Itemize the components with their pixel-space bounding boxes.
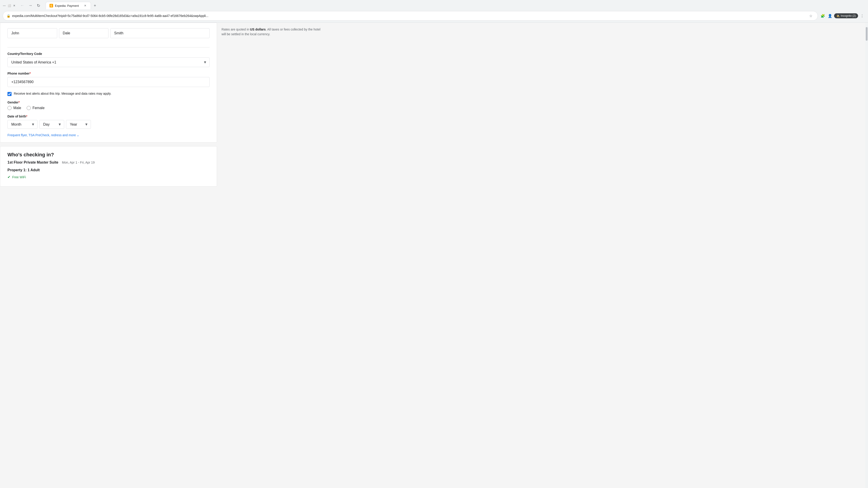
country-select[interactable]: United States of America +1 United Kingd… (7, 57, 210, 67)
checkmark-icon: ✔ (7, 175, 10, 179)
tab-close-button[interactable]: ✕ (84, 4, 87, 7)
room-info: 1st Floor Private Master Suite Mon, Apr … (7, 160, 210, 164)
profile-button[interactable]: 👤 (827, 13, 833, 19)
divider (7, 47, 210, 47)
dob-month-select[interactable]: Month January February March April May J… (7, 120, 37, 129)
url-text: expedia.com/MultiItemCheckout?tripid=5c7… (12, 14, 806, 18)
amenity-item: ✔ Free WiFi (7, 175, 210, 179)
tabs-bar: E Expedia: Payment ✕ + (43, 2, 101, 9)
incognito-badge: 🕵️ Incognito (2) (834, 13, 858, 18)
new-tab-button[interactable]: + (92, 2, 98, 9)
female-label: Female (33, 106, 44, 110)
last-name-group (110, 28, 210, 38)
back-button[interactable]: ← (19, 2, 26, 9)
menu-button[interactable]: ⋮ (859, 13, 865, 19)
gender-label: Gender* (7, 101, 210, 104)
browser-right-controls: 🧩 👤 🕵️ Incognito (2) ⋮ (819, 13, 865, 19)
form-section: Country/Territory Code United States of … (0, 23, 217, 142)
maximize-button[interactable]: ⬜ (8, 4, 11, 7)
forward-button[interactable]: → (27, 2, 34, 9)
window-controls: — ⬜ ✕ (3, 4, 16, 7)
dob-year-wrapper: Year for(let i=2024;i>=1924;i--) documen… (66, 120, 91, 129)
lock-icon: 🔒 (6, 14, 10, 18)
phone-label: Phone number* (7, 72, 210, 75)
address-bar-row: 🔒 expedia.com/MultiItemCheckout?tripid=5… (0, 9, 868, 22)
sms-checkbox-row: Receive text alerts about this trip. Mes… (7, 92, 210, 96)
first-name-input[interactable] (7, 28, 57, 38)
extensions-button[interactable]: 🧩 (819, 13, 826, 19)
frequent-flyer-link[interactable]: Frequent flyer, TSA PreCheck, redress an… (7, 133, 210, 137)
chevron-down-icon: ⌄ (76, 133, 79, 137)
last-name-input[interactable] (110, 28, 210, 38)
middle-name-group (59, 28, 109, 38)
male-radio-option[interactable]: Male (7, 106, 21, 110)
tab-favicon: E (50, 4, 53, 7)
sidebar-rates-text: Rates are quoted in US dollars. All taxe… (221, 27, 326, 37)
active-tab[interactable]: E Expedia: Payment ✕ (46, 2, 91, 9)
gender-required-star: * (19, 101, 20, 104)
male-radio[interactable] (7, 106, 11, 110)
scrollbar[interactable] (865, 23, 868, 187)
bookmark-button[interactable]: ☆ (808, 13, 814, 19)
tab-title: Expedia: Payment (55, 4, 79, 7)
country-field-group: Country/Territory Code United States of … (7, 52, 210, 67)
middle-name-input[interactable] (59, 28, 109, 38)
sms-checkbox-label: Receive text alerts about this trip. Mes… (14, 92, 112, 96)
dob-required-star: * (26, 115, 27, 118)
address-bar[interactable]: 🔒 expedia.com/MultiItemCheckout?tripid=5… (3, 11, 818, 21)
phone-input[interactable] (7, 77, 210, 87)
gender-radio-group: Male Female (7, 106, 210, 110)
sms-checkbox[interactable] (7, 92, 11, 96)
nav-controls: ← → ↻ (19, 2, 42, 9)
dob-day-wrapper: Day for(let i=1;i<=31;i++) document.writ… (39, 120, 64, 129)
room-dates: Mon, Apr 1 - Fri, Apr 19 (62, 161, 95, 164)
title-bar: — ⬜ ✕ ← → ↻ E Expedia: Payment ✕ + (0, 0, 868, 9)
checkin-section: Who's checking in? 1st Floor Private Mas… (0, 146, 217, 187)
frequent-flyer-text: Frequent flyer, TSA PreCheck, redress an… (7, 133, 76, 137)
page-container: Country/Territory Code United States of … (0, 23, 868, 187)
female-radio-option[interactable]: Female (27, 106, 44, 110)
main-content: Country/Territory Code United States of … (0, 23, 217, 187)
female-radio[interactable] (27, 106, 31, 110)
first-name-group (7, 28, 57, 38)
country-select-wrapper: United States of America +1 United Kingd… (7, 57, 210, 67)
address-actions: ☆ (808, 13, 814, 19)
scroll-thumb[interactable] (866, 27, 868, 41)
minimize-button[interactable]: — (3, 4, 6, 7)
gender-field-group: Gender* Male Female (7, 101, 210, 110)
country-label: Country/Territory Code (7, 52, 210, 56)
phone-required-star: * (30, 72, 31, 75)
dob-day-select[interactable]: Day for(let i=1;i<=31;i++) document.writ… (39, 120, 64, 129)
room-name: 1st Floor Private Master Suite (7, 160, 58, 164)
dob-month-wrapper: Month January February March April May J… (7, 120, 37, 129)
name-row (7, 28, 210, 42)
checkin-title: Who's checking in? (7, 152, 210, 158)
browser-chrome: — ⬜ ✕ ← → ↻ E Expedia: Payment ✕ + 🔒 (0, 0, 868, 23)
dob-field-group: Date of birth* Month January February Ma… (7, 115, 210, 129)
close-window-button[interactable]: ✕ (13, 4, 16, 7)
phone-field-group: Phone number* (7, 72, 210, 87)
dob-row: Month January February March April May J… (7, 120, 210, 129)
reload-button[interactable]: ↻ (35, 2, 42, 9)
dob-label: Date of birth* (7, 115, 210, 118)
amenity-label: Free WiFi (12, 175, 26, 179)
male-label: Male (13, 106, 21, 110)
property-info: Property 1: 1 Adult (7, 168, 210, 172)
sidebar: Rates are quoted in US dollars. All taxe… (217, 23, 330, 187)
dob-year-select[interactable]: Year for(let i=2024;i>=1924;i--) documen… (66, 120, 91, 129)
sidebar-currency: US dollars (250, 28, 266, 31)
